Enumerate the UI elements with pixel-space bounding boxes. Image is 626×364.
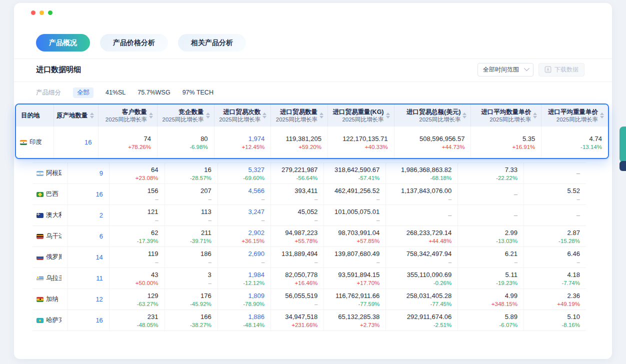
sort-icon[interactable] [262,112,266,118]
metric-cell: 4.18-7.74% [524,268,586,288]
trade-count-link[interactable]: 3,247 [248,207,265,216]
sort-desc-icon [386,116,390,118]
filter-option-41sl[interactable]: 41%SL [106,89,126,96]
tab-price-analysis[interactable]: 产品价格分析 [100,34,168,52]
metric-cell: 318,642,590.67-57.41% [324,163,386,184]
table-row[interactable]: 哈萨克斯坦16231-48.05%166-38.27%1,886-48.14%3… [32,310,586,331]
sort-icon[interactable] [386,112,390,118]
trade-count-link[interactable]: 2,690 [248,249,265,258]
trade-count-link[interactable]: 4,566 [248,186,265,196]
sort-icon[interactable] [600,112,604,118]
table-header-row: 目的地原产地数量客户数量2025同比增长率竞企数量2025同比增长率进口贸易次数… [16,104,608,126]
download-data-button[interactable]: 下载数据 [538,63,584,76]
table-row[interactable]: 澳大利亚2121–113–3,247–45,052–101,005,075.01… [32,205,586,226]
table-row[interactable]: 阿根廷964+23.08%16-28.57%5,327-69.60%279,22… [32,163,586,184]
table-row[interactable]: 巴西16156–207–4,566–393,411–462,491,256.52… [32,184,586,205]
sort-icon[interactable] [90,112,94,118]
origin-count-link[interactable]: 11 [96,274,103,283]
time-range-select[interactable]: 全部时间范围 [478,63,534,76]
metric-cell: 94,987,223+55.78% [271,226,324,246]
metric-value: 93,591,894.15 [338,270,380,280]
metric-cell: 82,050,778+16.46% [271,268,324,288]
filter-option-757wsg[interactable]: 75.7%WSG [138,89,170,96]
trade-count-link[interactable]: 1,974 [248,134,265,144]
growth-value: +36.15% [242,238,264,245]
column-header-text: 原产地数量 [56,112,88,120]
minimize-window-icon[interactable] [40,10,44,15]
growth-value: – [155,216,158,224]
sort-icon[interactable] [533,112,537,118]
growth-value: -63.27% [137,300,158,308]
table-row[interactable]: 加纳12129-63.27%176-45.92%1,809-78.90%56,0… [32,289,586,310]
metric-cell: 101,005,075.01– [324,205,386,226]
sort-icon[interactable] [149,112,153,118]
metric-value: 56,055,519 [285,291,318,300]
tab-related-products[interactable]: 相关产品分析 [178,34,246,52]
filter-option-97tech[interactable]: 97% TECH [182,89,214,96]
metric-cell: 56,055,519– [271,289,324,310]
origin-count-link[interactable]: 16 [84,138,92,147]
sort-desc-icon [533,116,537,118]
growth-value: – [376,196,380,203]
metric-cell: 1,984-12.12% [218,268,271,288]
metric-cell: 166-38.27% [165,310,218,330]
trade-count-link[interactable]: 1,984 [248,270,265,280]
metric-value: 80 [200,134,208,144]
trade-count-link[interactable]: 1,886 [248,312,265,322]
metric-value: 129 [148,291,158,300]
metric-cell: 156– [110,184,165,204]
origin-count-cell: 9 [68,163,110,184]
sort-asc-icon [262,112,266,115]
growth-value: -13.03% [496,238,518,245]
origin-count-link[interactable]: 6 [100,232,103,241]
maximize-window-icon[interactable] [48,10,52,15]
growth-value: – [314,196,318,203]
sort-desc-icon [320,116,324,118]
origin-count-cell: 11 [68,268,110,288]
sort-asc-icon [533,112,537,115]
metric-cell: 258,031,405.28-77.45% [386,289,458,310]
metric-value: 82,050,778 [285,270,318,280]
metric-value: 131,889,494 [282,249,318,258]
column-subtitle: 2025同比增长率 [106,116,147,123]
metric-value: 116,762,911.66 [336,291,380,300]
product-segment-filters: 产品细分 全部 41%SL 75.7%WSG 97% TECH [36,87,214,98]
close-window-icon[interactable] [31,10,36,15]
growth-value: -77.45% [430,300,452,308]
highlighted-table-row[interactable]: 印度1674+78.26%80-6.98%1,974+12.45%119,381… [16,126,608,158]
table-row[interactable]: 乌干达662-17.39%211-39.71%2,902+36.15%94,98… [32,226,586,247]
metric-value: 176 [200,291,212,300]
origin-count-link[interactable]: 16 [96,190,102,199]
origin-count-link[interactable]: 12 [96,294,102,304]
origin-count-link[interactable]: 16 [96,316,102,325]
metric-cell: 5.11-19.23% [458,268,524,288]
ug-flag-icon [36,234,44,239]
column-subtitle: 2025同比增长率 [219,116,260,123]
metric-cell: – [386,205,458,226]
column-header-7: 进口贸易重量(KG)2025同比增长率 [328,104,394,126]
table-row[interactable]: 乌拉圭1143+50.00%3–1,984-12.12%82,050,778+1… [32,268,586,289]
metric-cell: 16-28.57% [165,163,218,184]
metric-cell: 1,809-78.90% [218,289,271,310]
growth-value: +50.00% [136,280,158,287]
origin-count-link[interactable]: 2 [100,210,103,220]
trade-count-link[interactable]: 5,327 [248,165,265,174]
country-name: 乌拉圭 [46,274,62,282]
metric-value: – [514,190,518,199]
origin-count-link[interactable]: 9 [100,168,103,178]
sort-icon[interactable] [206,112,210,118]
sort-icon[interactable] [462,112,466,118]
filter-option-all[interactable]: 全部 [73,88,94,98]
trade-count-link[interactable]: 1,809 [248,291,265,300]
metric-cell: 758,342,497.94– [386,247,458,268]
metric-cell: 3,247– [218,205,271,226]
metric-value: – [576,168,580,178]
metric-value: 2.99 [505,228,518,238]
trade-count-link[interactable]: 2,902 [248,228,265,238]
metric-value: 211 [201,228,212,238]
download-icon [544,66,552,73]
sort-icon[interactable] [320,112,324,118]
tab-product-overview[interactable]: 产品概况 [36,34,90,52]
table-row[interactable]: 俄罗斯14119–186–2,690–131,889,494–139,807,6… [32,247,586,268]
origin-count-link[interactable]: 14 [96,252,102,262]
